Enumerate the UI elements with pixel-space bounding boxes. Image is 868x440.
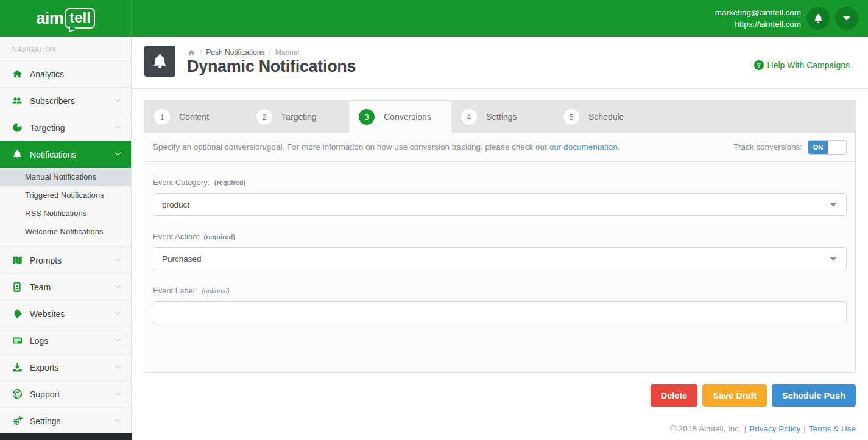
id-badge-icon xyxy=(12,282,23,292)
terms-link[interactable]: Terms & Use xyxy=(809,424,856,433)
sidebar-item-analytics[interactable]: Analytics xyxy=(0,61,131,88)
toggle-on-segment: ON xyxy=(808,141,828,154)
sidebar-item-support[interactable]: Support xyxy=(0,381,131,408)
question-circle-icon: ? xyxy=(754,60,764,70)
step-label: Targeting xyxy=(281,112,317,122)
schedule-push-button[interactable]: Schedule Push xyxy=(772,384,856,407)
main-content: 1 Content 2 Targeting 3 Conversions 4 Se… xyxy=(132,89,868,440)
chevron-down-icon xyxy=(115,309,121,315)
logo-text-tell: tell xyxy=(65,8,95,29)
topbar: aim tell marketing@aimtell.com https://a… xyxy=(0,0,868,37)
chevron-down-icon xyxy=(115,389,121,396)
track-conversions-toggle[interactable]: ON xyxy=(808,140,847,155)
chevron-down-icon xyxy=(830,257,837,261)
tab-settings[interactable]: 4 Settings xyxy=(451,101,554,133)
privacy-policy-link[interactable]: Privacy Policy xyxy=(749,424,800,433)
event-category-field: Event Category: (required) product xyxy=(153,178,847,216)
field-label: Event Label: (optional) xyxy=(153,286,847,295)
notifications-submenu: Manual Notifications Triggered Notificat… xyxy=(0,168,131,247)
sidebar-footer-strip xyxy=(0,433,132,440)
tab-content[interactable]: 1 Content xyxy=(144,101,247,133)
sidebar-item-label: Logs xyxy=(30,336,48,346)
step-number: 5 xyxy=(563,109,579,125)
optional-qualifier: (optional) xyxy=(202,287,230,295)
step-label: Content xyxy=(179,112,209,122)
sidebar-item-label: Targeting xyxy=(30,123,65,133)
event-label-field: Event Label: (optional) xyxy=(153,286,847,324)
sidebar-item-exports[interactable]: Exports xyxy=(0,354,131,381)
event-category-label: Event Category: xyxy=(153,178,210,187)
puzzle-icon xyxy=(12,309,23,319)
sidebar-item-label: Support xyxy=(30,389,60,399)
help-with-campaigns-link[interactable]: ? Help With Campaigns xyxy=(754,60,850,70)
action-buttons: Delete Save Draft Schedule Push xyxy=(651,384,856,407)
sidebar-item-settings[interactable]: Settings xyxy=(0,408,131,435)
sidebar-subitem-rss-notifications[interactable]: RSS Notifications xyxy=(0,204,131,223)
breadcrumb-separator: / xyxy=(269,48,270,57)
chevron-down-icon xyxy=(115,123,121,129)
step-number: 2 xyxy=(256,109,272,125)
campaign-wizard-card: 1 Content 2 Targeting 3 Conversions 4 Se… xyxy=(144,100,856,373)
footer-separator: | xyxy=(744,424,747,433)
copyright-text: © 2018 Aimtell, Inc. xyxy=(670,424,741,433)
notifications-bell-button[interactable] xyxy=(806,7,830,30)
bell-icon xyxy=(12,149,23,159)
chevron-down-icon xyxy=(115,363,121,369)
sidebar-subitem-manual-notifications[interactable]: Manual Notifications xyxy=(0,168,131,186)
sidebar-item-label: Prompts xyxy=(30,256,62,265)
sidebar-subitem-welcome-notifications[interactable]: Welcome Notifications xyxy=(0,223,131,241)
aimtell-logo[interactable]: aim tell xyxy=(0,0,132,37)
home-icon[interactable] xyxy=(188,49,196,57)
chevron-down-icon xyxy=(115,416,121,422)
breadcrumb-push-notifications[interactable]: Push Notifications xyxy=(206,48,264,57)
sidebar-item-label: Notifications xyxy=(30,150,76,159)
step-number: 3 xyxy=(359,109,375,125)
sidebar-item-logs[interactable]: Logs xyxy=(0,327,131,354)
sidebar-item-label: Analytics xyxy=(30,69,64,79)
sidebar-item-targeting[interactable]: Targeting xyxy=(0,114,131,141)
sidebar-item-prompts[interactable]: Prompts xyxy=(0,247,131,274)
breadcrumb: / Push Notifications / Manual xyxy=(188,48,299,57)
event-action-label: Event Action: xyxy=(153,232,199,241)
track-conversions-label: Track conversions: xyxy=(733,142,802,152)
event-label-label: Event Label: xyxy=(153,286,197,295)
event-label-input[interactable] xyxy=(153,301,847,324)
required-qualifier: (required) xyxy=(204,233,235,240)
step-label: Schedule xyxy=(588,112,624,122)
subitem-label: Triggered Notifications xyxy=(25,190,104,200)
event-action-select[interactable]: Purchased xyxy=(153,247,847,270)
sidebar-item-label: Websites xyxy=(30,309,65,319)
tab-targeting[interactable]: 2 Targeting xyxy=(247,101,349,133)
sidebar-item-notifications[interactable]: Notifications xyxy=(0,141,131,168)
chevron-down-icon xyxy=(115,96,121,102)
chevron-down-icon xyxy=(115,150,121,156)
conversions-description: Specify an optional conversion/goal. For… xyxy=(153,142,547,152)
sidebar-subitem-triggered-notifications[interactable]: Triggered Notifications xyxy=(0,186,131,204)
chevron-down-icon xyxy=(115,256,121,262)
sidebar-item-subscribers[interactable]: Subscribers xyxy=(0,88,131,114)
save-draft-button[interactable]: Save Draft xyxy=(702,384,767,407)
sidebar: NAVIGATION Analytics Subscribers Targeti… xyxy=(0,37,132,440)
logo-text-aim: aim xyxy=(36,9,63,28)
event-category-select[interactable]: product xyxy=(153,193,847,216)
chevron-down-icon xyxy=(115,336,121,342)
gears-icon xyxy=(12,416,23,426)
account-menu-button[interactable] xyxy=(835,7,858,30)
map-icon xyxy=(12,255,23,265)
delete-button[interactable]: Delete xyxy=(651,384,698,407)
page-footer: © 2018 Aimtell, Inc. | Privacy Policy | … xyxy=(670,424,856,433)
documentation-link[interactable]: our documentation. xyxy=(549,142,620,152)
life-ring-icon xyxy=(12,389,23,399)
step-label: Settings xyxy=(486,112,517,122)
home-icon xyxy=(12,69,23,79)
step-number: 4 xyxy=(461,109,477,125)
sidebar-item-websites[interactable]: Websites xyxy=(0,301,131,327)
sidebar-nav-heading: NAVIGATION xyxy=(0,37,131,61)
sidebar-item-label: Subscribers xyxy=(30,96,75,106)
page-title-tile xyxy=(144,46,175,77)
tab-conversions[interactable]: 3 Conversions xyxy=(349,101,451,133)
tab-schedule[interactable]: 5 Schedule xyxy=(554,101,656,133)
sidebar-item-team[interactable]: Team xyxy=(0,274,131,301)
sidebar-item-label: Exports xyxy=(30,363,58,372)
sidebar-item-label: Team xyxy=(30,282,51,292)
